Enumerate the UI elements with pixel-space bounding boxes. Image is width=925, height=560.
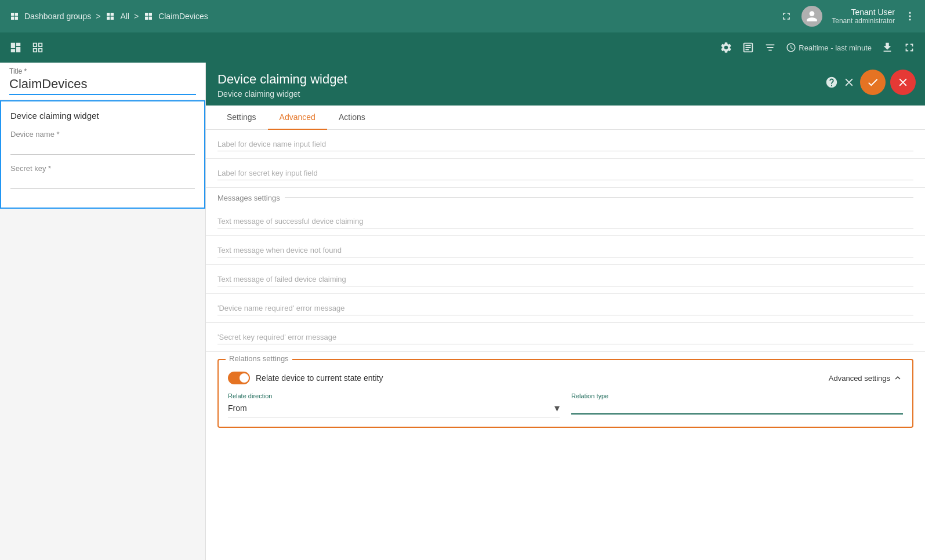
secret-key-field: Secret key * [10, 164, 195, 189]
settings-button[interactable] [720, 41, 732, 54]
tab-actions[interactable]: Actions [327, 106, 377, 130]
toggle-row: Relate device to current state entity Ad… [228, 372, 903, 384]
relate-device-label: Relate device to current state entity [256, 373, 383, 383]
realtime-label: Realtime - last minute [799, 43, 872, 52]
device-name-label-input[interactable] [217, 137, 913, 151]
secret-key-line [10, 175, 195, 189]
widget-editor-title: Device claiming widget [217, 72, 913, 87]
secret-key-label-field [206, 159, 925, 188]
header-actions [825, 70, 916, 95]
breadcrumb-dashboard-groups[interactable]: Dashboard groups [24, 12, 91, 21]
user-name: Tenant User [832, 8, 895, 17]
secret-key-label-input[interactable] [217, 166, 913, 180]
svg-rect-3 [15, 17, 18, 20]
svg-rect-8 [145, 13, 148, 16]
layout-icon-button[interactable] [31, 41, 44, 54]
svg-rect-0 [11, 13, 14, 16]
dropdown-arrow-icon: ▾ [554, 402, 560, 414]
more-menu-button[interactable] [904, 10, 916, 22]
left-panel: Title * ClaimDevices Device claiming wid… [0, 63, 206, 560]
fullscreen-button[interactable] [781, 10, 792, 22]
avatar [801, 6, 822, 27]
relate-device-toggle[interactable] [228, 372, 250, 384]
svg-point-13 [909, 15, 911, 17]
cancel-button[interactable] [890, 70, 916, 95]
toolbar-right: Realtime - last minute [720, 41, 916, 54]
widget-card-title: Device claiming widget [10, 111, 195, 121]
svg-rect-6 [107, 17, 110, 20]
widget-editor-subtitle: Device claiming widget [217, 89, 913, 99]
not-found-message-field [206, 236, 925, 265]
breadcrumb-all[interactable]: All [120, 12, 129, 21]
top-nav: Dashboard groups > All > ClaimDevices Te… [0, 0, 925, 32]
svg-point-14 [909, 19, 911, 20]
secret-key-required-input[interactable] [217, 330, 913, 344]
svg-rect-2 [11, 17, 14, 20]
device-name-line [10, 141, 195, 155]
user-role: Tenant administrator [832, 17, 895, 25]
nav-right: Tenant User Tenant administrator [781, 6, 916, 27]
relation-type-input[interactable]: Contains [571, 402, 903, 411]
realtime-button[interactable]: Realtime - last minute [786, 42, 872, 53]
help-button[interactable] [825, 76, 838, 89]
device-name-label: Device name * [10, 130, 195, 139]
tab-settings[interactable]: Settings [215, 106, 268, 130]
relation-fields-row: Relate direction From To ▾ Relation type [228, 392, 903, 417]
relation-type-label: Relation type [571, 392, 903, 399]
dashboard-groups-icon [9, 11, 20, 21]
claimdevices-icon [143, 11, 154, 21]
device-name-required-field [206, 294, 925, 323]
relate-direction-select[interactable]: From To [228, 403, 554, 413]
relation-type-field: Contains [571, 402, 903, 414]
layers-button[interactable] [742, 41, 754, 54]
svg-rect-4 [107, 13, 110, 16]
secret-key-label: Secret key * [10, 164, 195, 173]
device-name-field: Device name * [10, 130, 195, 155]
relations-section-label: Relations settings [226, 354, 292, 363]
widget-card: Device claiming widget Device name * Sec… [0, 100, 205, 209]
title-section: Title * ClaimDevices [0, 63, 205, 100]
relate-direction-label: Relate direction [228, 392, 560, 399]
title-value: ClaimDevices [9, 77, 196, 95]
svg-rect-11 [149, 17, 152, 20]
not-found-message-input[interactable] [217, 243, 913, 257]
success-message-input[interactable] [217, 214, 913, 228]
svg-rect-10 [145, 17, 148, 20]
secondary-toolbar: Realtime - last minute [0, 32, 925, 63]
relations-settings-box: Relations settings Relate device to curr… [217, 359, 913, 428]
svg-rect-5 [111, 13, 114, 16]
svg-rect-7 [111, 17, 114, 20]
close-header-button[interactable] [843, 76, 855, 89]
separator-1: > [96, 12, 100, 21]
fullscreen-button-2[interactable] [903, 41, 916, 54]
filter-button[interactable] [764, 41, 777, 54]
tabs-bar: Settings Advanced Actions [206, 106, 925, 130]
failed-message-field [206, 265, 925, 294]
title-label: Title * [9, 67, 196, 75]
failed-message-input[interactable] [217, 272, 913, 286]
secret-key-required-field [206, 323, 925, 352]
toggle-left: Relate device to current state entity [228, 372, 383, 384]
download-button[interactable] [881, 41, 894, 54]
separator-2: > [134, 12, 139, 21]
relate-direction-group: Relate direction From To ▾ [228, 392, 560, 417]
breadcrumb-claimdevices[interactable]: ClaimDevices [158, 12, 208, 21]
editor-content: Messages settings Relations settings [206, 130, 925, 560]
user-info: Tenant User Tenant administrator [832, 8, 895, 25]
main-area: Title * ClaimDevices Device claiming wid… [0, 63, 925, 560]
right-panel: Device claiming widget Device claiming w… [206, 63, 925, 560]
tab-advanced[interactable]: Advanced [268, 106, 327, 130]
device-name-required-input[interactable] [217, 301, 913, 315]
messages-section-label: Messages settings [217, 194, 285, 202]
advanced-settings-link[interactable]: Advanced settings [829, 373, 903, 383]
all-icon [105, 11, 115, 21]
advanced-settings-text: Advanced settings [829, 374, 890, 383]
breadcrumb: Dashboard groups > All > ClaimDevices [9, 11, 781, 21]
svg-point-12 [909, 12, 911, 14]
relation-type-group: Relation type Contains [571, 392, 903, 417]
toolbar-left [9, 41, 44, 54]
toggle-thumb [240, 373, 249, 383]
widget-icon-button[interactable] [9, 41, 22, 54]
svg-rect-9 [149, 13, 152, 16]
confirm-button[interactable] [860, 70, 886, 95]
